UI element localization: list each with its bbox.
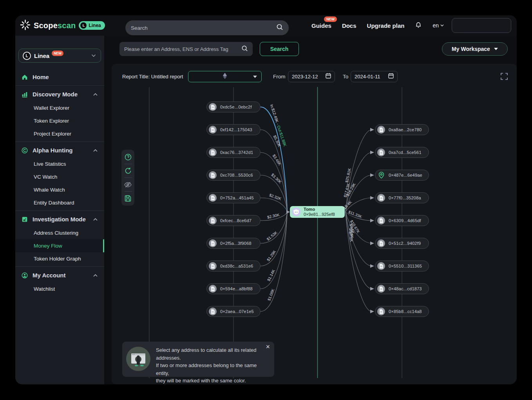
address-node-left-9[interactable]: 0×2aea...07e1e5 <box>206 306 261 317</box>
chevron-up-icon <box>93 216 98 223</box>
document-icon <box>377 217 385 224</box>
center-node-address: 0×9e81...925ef8 <box>304 212 335 217</box>
center-node-name: Tomo <box>304 207 335 212</box>
top-bar: Scopescan L Linea NEWGuides Docs Upgrade… <box>15 15 517 36</box>
refresh-icon[interactable] <box>124 167 132 175</box>
address-node-left-7[interactable]: 0xd38c...a531e6 <box>206 261 261 271</box>
my-workspace-button[interactable]: My Workspace <box>442 42 508 56</box>
sidebar-section-alpha-hunting[interactable]: Alpha Hunting <box>15 143 104 157</box>
fullscreen-icon[interactable] <box>500 72 508 80</box>
address-node-right-4[interactable]: 0×6309...4d65df <box>375 215 429 226</box>
sidebar-item-wallet-explorer[interactable]: Wallet Explorer <box>15 101 104 114</box>
address-label: 0×77f0...35208a <box>389 195 421 200</box>
address-label: 0×6309...4d65df <box>389 218 421 223</box>
calendar-icon <box>388 73 394 80</box>
pin-icon <box>377 171 385 179</box>
address-label: 0xc708...5530c6 <box>220 173 253 177</box>
sidebar-section-my-account[interactable]: My Account <box>15 268 104 282</box>
document-icon <box>377 262 385 270</box>
sidebar-item-entity-dashboard[interactable]: Entity Dashboard <box>15 196 104 209</box>
address-node-left-4[interactable]: 0×752a...451a45 <box>206 192 261 203</box>
address-node-right-3[interactable]: 0×77f0...35208a <box>375 192 429 203</box>
bell-icon[interactable] <box>415 21 422 30</box>
address-node-right-7[interactable]: 0×48ac...cd1873 <box>375 283 429 294</box>
document-icon <box>377 194 385 202</box>
eth-icon <box>223 72 227 81</box>
sidebar-item-token-holder-graph[interactable]: Token Holder Graph <box>15 252 104 265</box>
global-search-input[interactable] <box>131 25 276 31</box>
nav-upgrade-plan[interactable]: Upgrade plan <box>367 22 405 29</box>
sidebar-item-money-flow[interactable]: Money Flow <box>15 239 104 252</box>
brand[interactable]: Scopescan L Linea <box>20 15 105 36</box>
save-icon[interactable] <box>124 194 132 203</box>
close-icon[interactable]: × <box>266 343 270 350</box>
sidebar-item-token-explorer[interactable]: Token Explorer <box>15 114 104 127</box>
address-label: 0xf142...175043 <box>220 127 252 132</box>
chevron-down-icon <box>494 48 498 50</box>
document-icon <box>377 148 385 156</box>
sidebar-item-watchlist[interactable]: Watchlist <box>15 282 104 295</box>
address-node-left-2[interactable]: 0xac76...3742d1 <box>206 147 261 158</box>
sidebar-item-project-explorer[interactable]: Project Explorer <box>15 127 104 140</box>
search-icon[interactable] <box>276 24 283 32</box>
sidebar-section-discovery-mode[interactable]: Discovery Mode <box>15 87 104 101</box>
address-node-right-0[interactable]: 0xa8ae...2ce780 <box>375 124 429 135</box>
address-label: 0×2f5a...3f9068 <box>220 241 252 246</box>
nav-guides[interactable]: NEWGuides <box>311 22 331 29</box>
hint-tooltip: × Select any address to calculate all it… <box>122 342 274 377</box>
sidebar-item-live-statistics[interactable]: Live Statistics <box>15 157 104 170</box>
address-label: 0×48ac...cd1873 <box>389 286 422 291</box>
clipboard-icon <box>21 215 28 223</box>
search-icon[interactable] <box>241 45 248 53</box>
sidebar-section-home[interactable]: Home <box>15 70 104 84</box>
to-date-picker[interactable]: 2024-01-11 <box>351 71 398 82</box>
network-selector[interactable]: L Linea NEW <box>18 49 101 63</box>
address-node-right-5[interactable]: 0×51c2...9402f9 <box>375 238 429 249</box>
document-icon <box>377 126 385 134</box>
center-node-tomo[interactable]: Tomo 0×9e81...925ef8 <box>290 206 345 218</box>
global-search <box>125 20 289 35</box>
nav-docs[interactable]: Docs <box>342 22 356 29</box>
address-node-right-2[interactable]: 0×487e...6e49ae <box>375 170 429 181</box>
address-node-left-5[interactable]: 0xfcec...8ce6d7 <box>206 215 261 226</box>
wallet-connect-box[interactable] <box>452 18 511 33</box>
chevron-up-icon <box>93 147 98 154</box>
sidebar-item-whale-watch[interactable]: Whale Watch <box>15 183 104 196</box>
sidebar-item-address-clustering[interactable]: Address Clustering <box>15 226 104 239</box>
address-search <box>119 42 253 56</box>
sidebar-section-investigation-mode[interactable]: Investigation Mode <box>15 212 104 226</box>
linea-logo-icon: L <box>23 52 31 60</box>
home-icon <box>21 73 28 81</box>
address-node-left-6[interactable]: 0×2f5a...3f9068 <box>206 238 261 249</box>
address-node-right-1[interactable]: 0xa7cd...5ce561 <box>375 147 429 158</box>
document-icon <box>209 103 217 111</box>
search-button[interactable]: Search <box>260 42 299 56</box>
chevron-down-icon <box>91 53 96 58</box>
divider <box>15 266 104 267</box>
eye-off-icon[interactable] <box>124 180 132 189</box>
token-selector-dropdown[interactable] <box>188 71 262 82</box>
address-node-left-1[interactable]: 0xf142...175043 <box>206 124 261 135</box>
document-icon <box>209 239 217 247</box>
address-node-left-8[interactable]: 0×594e...a8bf88 <box>206 283 261 294</box>
scopescan-logo-icon <box>20 20 31 32</box>
address-node-right-6[interactable]: 0×5510...311365 <box>375 261 429 271</box>
chevron-up-icon <box>93 272 98 279</box>
sidebar-item-vc-watch[interactable]: VC Watch <box>15 170 104 183</box>
address-node-right-8[interactable]: 0×85b8...cc14a8 <box>375 306 429 317</box>
address-label: 0×594e...a8bf88 <box>220 286 253 291</box>
document-icon <box>209 285 217 293</box>
document-icon <box>209 126 217 134</box>
money-flow-panel <box>112 64 517 384</box>
from-date-picker[interactable]: 2023-12-12 <box>288 71 335 82</box>
address-search-input[interactable] <box>124 46 241 52</box>
address-node-left-3[interactable]: 0xc708...5530c6 <box>206 170 261 181</box>
graph-toolbar <box>121 150 134 206</box>
document-icon <box>209 217 217 224</box>
address-node-left-0[interactable]: 0xdc5e...0ebc2f <box>206 101 261 112</box>
help-icon[interactable] <box>124 153 132 161</box>
language-selector[interactable]: en <box>432 22 444 29</box>
document-icon <box>209 148 217 156</box>
divider <box>15 210 104 211</box>
calendar-icon <box>326 73 331 80</box>
